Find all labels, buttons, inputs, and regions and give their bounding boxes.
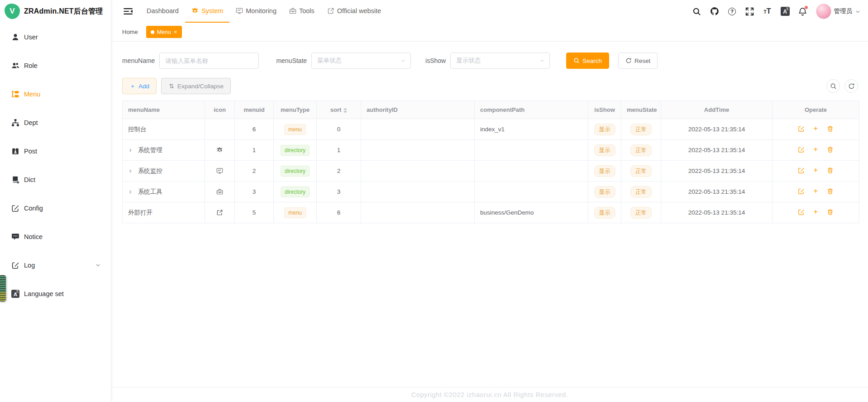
- add-time-cell: 2022-05-13 21:35:14: [661, 202, 773, 223]
- table-row: 系统监控 2 directory 2 显示 正常 2022-05-13 21:3…: [123, 161, 859, 182]
- sidebar-item-user[interactable]: User: [0, 23, 111, 51]
- edit-icon[interactable]: [798, 167, 805, 174]
- plus-icon[interactable]: +: [812, 167, 819, 174]
- table-row: 控制台 6 menu 0 index_v1 显示 正常 2022-05-13 2…: [123, 119, 859, 140]
- menu-name-input[interactable]: [159, 53, 259, 69]
- menu-state-tag: 正常: [630, 124, 652, 135]
- log-icon: [11, 261, 20, 270]
- top-nav: Dashboard System Monitoring: [140, 0, 387, 23]
- table-row: 系统工具 3 directory 3 显示 正常 2022-05-13 21:3…: [123, 182, 859, 202]
- sidebar-item-label: User: [24, 34, 38, 41]
- sidebar-item-role[interactable]: Role: [0, 51, 111, 80]
- plus-icon[interactable]: +: [812, 125, 819, 132]
- filter-form: menuName menuState 菜单状态 isShow 显示状态: [122, 53, 858, 69]
- is-show-tag: 显示: [594, 124, 615, 135]
- active-dot-icon: [151, 30, 154, 34]
- sort-cell: 6: [317, 202, 361, 223]
- sidebar-item-post[interactable]: Post: [0, 137, 111, 165]
- post-icon: [11, 147, 20, 156]
- col-sort[interactable]: sort: [317, 101, 361, 119]
- component-path-cell: [475, 161, 588, 182]
- plus-icon[interactable]: +: [812, 209, 819, 215]
- plus-icon[interactable]: +: [812, 146, 819, 153]
- bell-icon[interactable]: [798, 7, 807, 16]
- is-show-select[interactable]: 显示状态: [450, 53, 550, 69]
- github-icon[interactable]: [710, 7, 719, 16]
- sidebar-item-notice[interactable]: Notice: [0, 222, 111, 251]
- edit-icon[interactable]: [798, 188, 805, 195]
- menu-table: menuName icon menuid menuType sort autho…: [122, 100, 859, 223]
- sidebar-collapse-icon[interactable]: [123, 7, 133, 15]
- chevron-down-icon: [539, 58, 545, 63]
- nav-item-label: Dashboard: [147, 7, 179, 14]
- search-button[interactable]: Search: [566, 53, 609, 69]
- col-authority-id: authorityID: [361, 101, 475, 119]
- sidebar-item-config[interactable]: Config: [0, 194, 111, 222]
- authority-id-cell: [361, 202, 475, 223]
- menu-state-tag: 正常: [630, 165, 652, 177]
- side-widget-handle[interactable]: [0, 275, 6, 302]
- translate-icon[interactable]: A文: [781, 7, 790, 16]
- edit-icon[interactable]: [798, 209, 805, 215]
- plus-icon[interactable]: +: [812, 188, 819, 195]
- table-header-row: menuName icon menuid menuType sort autho…: [123, 101, 859, 119]
- brand-logo-letter: V: [10, 7, 14, 16]
- trash-icon[interactable]: [827, 146, 834, 153]
- table-tools: [826, 79, 858, 93]
- table-refresh-button[interactable]: [844, 79, 858, 93]
- sidebar-item-label: Role: [24, 62, 38, 69]
- font-size-icon[interactable]: TT: [763, 7, 772, 16]
- sidebar-item-dept[interactable]: Dept: [0, 108, 111, 137]
- menu-name-cell: 系统管理: [138, 147, 162, 153]
- add-button[interactable]: + Add: [122, 78, 157, 94]
- col-operate: Operate: [773, 101, 859, 119]
- tab-official-website[interactable]: Official website: [321, 0, 387, 23]
- sort-carets-icon[interactable]: [343, 108, 347, 113]
- external-link-icon: [327, 7, 334, 14]
- expand-row-icon[interactable]: [128, 169, 133, 173]
- sidebar-item-log[interactable]: Log: [0, 251, 111, 279]
- expand-row-icon[interactable]: [128, 190, 133, 194]
- toolbox-icon: [289, 7, 296, 14]
- top-bar: Dashboard System Monitoring: [111, 0, 868, 23]
- expand-row-icon[interactable]: [128, 148, 133, 153]
- user-menu[interactable]: 管理员: [816, 4, 861, 19]
- tag-menu-active[interactable]: Menu ×: [146, 26, 182, 38]
- table-row: 外部打开 5 menu 6 business/GenDemo 显示 正常 202…: [123, 202, 859, 223]
- edit-icon[interactable]: [798, 146, 805, 153]
- search-icon[interactable]: [692, 7, 701, 16]
- tab-system[interactable]: System: [185, 0, 229, 23]
- fullscreen-icon[interactable]: [745, 7, 754, 16]
- help-icon[interactable]: ?: [728, 7, 737, 16]
- edit-icon[interactable]: [798, 125, 805, 132]
- role-icon: [11, 61, 20, 70]
- trash-icon[interactable]: [827, 209, 834, 215]
- translate-icon: A文: [11, 289, 20, 298]
- sidebar-item-dict[interactable]: Dict: [0, 165, 111, 194]
- tab-tools[interactable]: Tools: [283, 0, 321, 23]
- table-search-toggle-button[interactable]: [826, 79, 840, 93]
- col-icon: icon: [205, 101, 235, 119]
- tab-monitoring[interactable]: Monitoring: [229, 0, 283, 23]
- monitor-icon: [216, 168, 224, 175]
- sidebar-item-label: Menu: [24, 91, 40, 98]
- reset-button[interactable]: Reset: [618, 53, 658, 69]
- sidebar-item-menu[interactable]: Menu: [0, 80, 111, 108]
- sidebar-item-language-set[interactable]: A文 Language set: [0, 279, 111, 308]
- authority-id-cell: [361, 161, 475, 182]
- menu-state-select[interactable]: 菜单状态: [311, 53, 411, 69]
- trash-icon[interactable]: [827, 125, 834, 132]
- trash-icon[interactable]: [827, 188, 834, 195]
- sort-arrows-icon: ⇅: [168, 83, 175, 89]
- menuid-cell: 3: [235, 182, 274, 202]
- tab-dashboard[interactable]: Dashboard: [140, 0, 185, 23]
- expand-collapse-button[interactable]: ⇅ Expand/Collapse: [161, 78, 231, 94]
- is-show-label: isShow: [425, 57, 446, 64]
- trash-icon[interactable]: [827, 167, 834, 174]
- close-icon[interactable]: ×: [174, 29, 177, 35]
- menuid-cell: 5: [235, 202, 274, 223]
- add-time-cell: 2022-05-13 21:35:14: [661, 140, 773, 161]
- sort-cell: 2: [317, 161, 361, 182]
- menu-state-tag: 正常: [630, 207, 652, 219]
- tag-home[interactable]: Home: [122, 29, 138, 35]
